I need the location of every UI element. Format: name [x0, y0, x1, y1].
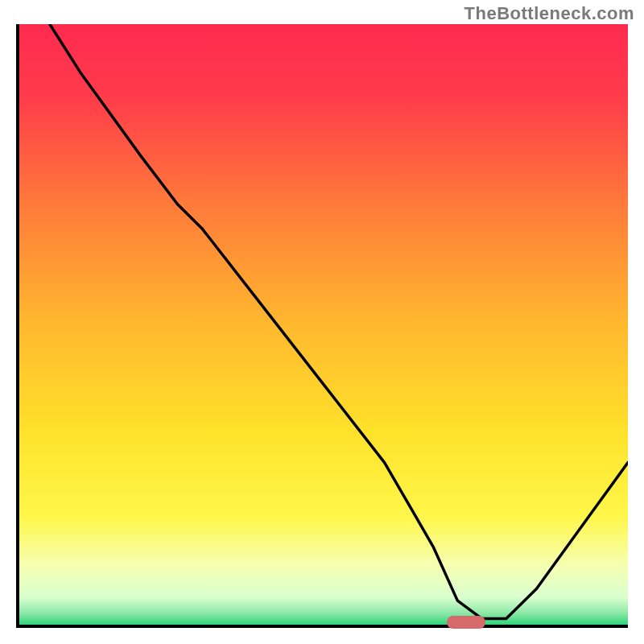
optimal-marker: [447, 616, 485, 629]
attribution-text: TheBottleneck.com: [464, 3, 634, 24]
plot-area: [16, 24, 628, 628]
bottleneck-curve: [19, 24, 628, 625]
